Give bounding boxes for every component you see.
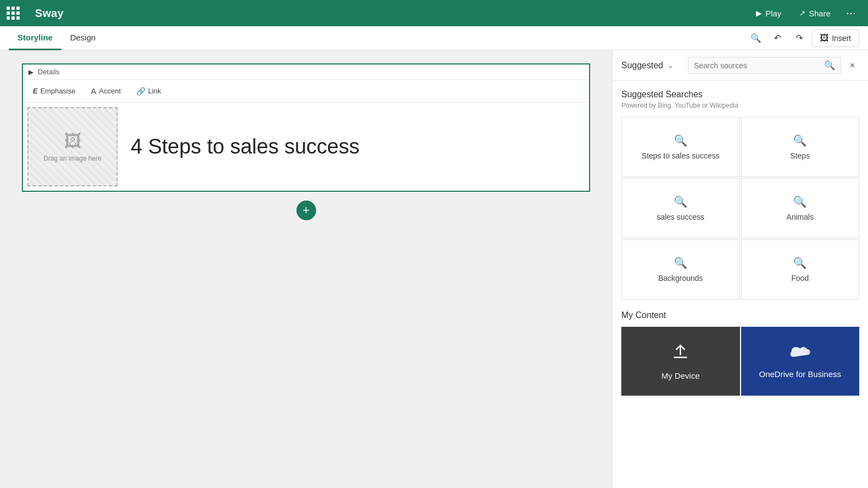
- suggestion-label-3: sales success: [657, 213, 704, 221]
- play-label: Play: [765, 9, 781, 18]
- undo-button[interactable]: ↶: [768, 28, 788, 48]
- search-icon-1: 🔍: [674, 134, 688, 147]
- search-nav-icon: 🔍: [750, 33, 761, 43]
- card-text-area[interactable]: 4 Steps to sales success: [122, 103, 589, 191]
- onedrive-label: OneDrive for Business: [759, 369, 841, 379]
- suggestion-label-1: Steps to sales success: [642, 151, 719, 160]
- suggestion-backgrounds[interactable]: 🔍 Backgrounds: [621, 239, 740, 299]
- app-title: Sway: [26, 7, 72, 20]
- my-device-label: My Device: [661, 371, 700, 380]
- nav-bar: Storyline Design 🔍 ↶ ↷ 🖼 Insert: [0, 26, 868, 50]
- nav-icons: 🔍 ↶ ↷ 🖼 Insert: [746, 28, 859, 48]
- canvas-content: ▶ Details E Emphasise A Accent 🔗 L: [0, 50, 612, 251]
- link-label: Link: [148, 87, 161, 95]
- search-input[interactable]: [694, 61, 820, 70]
- add-content-button[interactable]: +: [296, 201, 316, 220]
- play-button[interactable]: ▶ Play: [748, 5, 789, 21]
- right-panel: Suggested ⌄ 🔍 × Suggested Searches Power…: [612, 50, 868, 488]
- tab-storyline[interactable]: Storyline: [9, 26, 61, 50]
- card-image-drop-zone[interactable]: 🖼 Drag an image here: [27, 107, 118, 186]
- content-card-wrapper: ▶ Details E Emphasise A Accent 🔗 L: [22, 63, 590, 192]
- panel-chevron-icon[interactable]: ⌄: [668, 62, 673, 69]
- emphasise-button[interactable]: E Emphasise: [30, 85, 79, 97]
- suggestion-sales-success[interactable]: 🔍 sales success: [621, 178, 740, 238]
- tab-design[interactable]: Design: [61, 26, 104, 50]
- accent-icon: A: [91, 86, 96, 96]
- search-box[interactable]: 🔍: [688, 57, 841, 74]
- card-title[interactable]: 4 Steps to sales success: [131, 135, 359, 158]
- chevron-right-icon: ▶: [28, 68, 33, 76]
- device-icon: [671, 342, 690, 366]
- details-label: Details: [38, 68, 60, 76]
- my-device-card[interactable]: My Device: [621, 327, 740, 396]
- redo-icon: ↷: [796, 33, 803, 43]
- share-label: Share: [809, 9, 831, 18]
- drag-label: Drag an image here: [43, 155, 101, 162]
- onedrive-icon: [789, 344, 811, 364]
- panel-body: Suggested Searches Powered by Bing, YouT…: [613, 81, 868, 488]
- link-icon: 🔗: [136, 87, 145, 96]
- search-icon-3: 🔍: [674, 195, 688, 208]
- waffle-button[interactable]: [0, 0, 26, 26]
- card-toolbar: E Emphasise A Accent 🔗 Link: [23, 80, 589, 103]
- search-icon-5: 🔍: [674, 256, 688, 269]
- content-grid: My Device OneDrive for Business: [621, 327, 859, 396]
- insert-label: Insert: [832, 34, 851, 43]
- search-icon-2: 🔍: [793, 134, 807, 147]
- search-nav-button[interactable]: 🔍: [746, 28, 766, 48]
- share-icon: ↗: [799, 9, 806, 17]
- card-body: 🖼 Drag an image here 4 Steps to sales su…: [23, 103, 589, 191]
- search-icon-4: 🔍: [793, 195, 807, 208]
- suggestion-steps[interactable]: 🔍 Steps: [741, 117, 860, 177]
- close-panel-button[interactable]: ×: [846, 58, 859, 73]
- top-bar-actions: ▶ Play ↗ Share ···: [748, 5, 868, 21]
- share-button[interactable]: ↗ Share: [791, 5, 838, 21]
- suggestion-label-2: Steps: [790, 151, 810, 160]
- redo-button[interactable]: ↷: [790, 28, 809, 48]
- insert-button[interactable]: 🖼 Insert: [812, 30, 859, 47]
- more-button[interactable]: ···: [841, 6, 861, 20]
- search-icon: 🔍: [824, 60, 835, 70]
- suggestion-label-5: Backgrounds: [658, 274, 703, 283]
- suggestions-grid: 🔍 Steps to sales success 🔍 Steps 🔍 sales…: [621, 117, 859, 299]
- play-icon: ▶: [756, 9, 762, 17]
- main-layout: ▶ Details E Emphasise A Accent 🔗 L: [0, 50, 868, 488]
- waffle-icon: [7, 7, 20, 20]
- image-placeholder-icon: 🖼: [64, 131, 81, 151]
- suggestion-label-4: Animals: [787, 213, 814, 221]
- card-top-bar: ▶ Details: [23, 64, 589, 80]
- suggested-section-subtitle: Powered by Bing, YouTube or Wikipedia: [621, 102, 859, 109]
- panel-title: Suggested: [621, 61, 663, 70]
- suggestion-food[interactable]: 🔍 Food: [741, 239, 860, 299]
- add-section: +: [22, 201, 590, 220]
- emphasise-icon: E: [33, 87, 38, 95]
- onedrive-card[interactable]: OneDrive for Business: [741, 327, 860, 396]
- image-icon: 🖼: [820, 33, 829, 43]
- link-button[interactable]: 🔗 Link: [133, 85, 165, 98]
- accent-label: Accent: [99, 87, 121, 95]
- emphasise-label: Emphasise: [40, 87, 75, 95]
- canvas-area[interactable]: ▶ Details E Emphasise A Accent 🔗 L: [0, 50, 612, 488]
- accent-button[interactable]: A Accent: [88, 84, 124, 98]
- panel-header: Suggested ⌄ 🔍 ×: [613, 50, 868, 81]
- suggestion-animals[interactable]: 🔍 Animals: [741, 178, 860, 238]
- suggestion-label-6: Food: [791, 274, 809, 283]
- search-icon-6: 🔍: [793, 256, 807, 269]
- my-content-title: My Content: [621, 310, 859, 320]
- top-bar: Sway ▶ Play ↗ Share ···: [0, 0, 868, 26]
- suggested-section-title: Suggested Searches: [621, 90, 859, 99]
- undo-icon: ↶: [774, 33, 781, 43]
- suggestion-steps-to-sales[interactable]: 🔍 Steps to sales success: [621, 117, 740, 177]
